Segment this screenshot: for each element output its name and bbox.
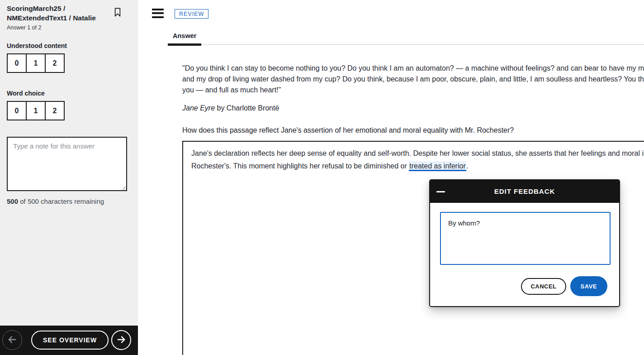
tab-answer[interactable]: Answer [168, 32, 201, 46]
save-button[interactable]: SAVE [570, 276, 607, 296]
modal-header: EDIT FEEDBACK [430, 180, 619, 203]
see-overview-button[interactable]: SEE OVERVIEW [31, 331, 109, 350]
tab-bar: Answer [168, 32, 644, 45]
arrow-right-icon [116, 335, 126, 346]
characters-remaining-label: 500 of 500 characters remaining [7, 197, 104, 205]
feedback-text-input[interactable]: By whom? [440, 212, 611, 265]
score-1-button[interactable]: 1 [26, 53, 46, 73]
student-answer-line: Rochester's. This moment highlights her … [191, 160, 644, 173]
modal-title: EDIT FEEDBACK [430, 180, 619, 203]
work-title: Jane Eyre [182, 104, 215, 112]
next-answer-button[interactable] [111, 330, 131, 350]
prompt-question: How does this passage reflect Jane's ass… [182, 125, 644, 136]
minimize-button[interactable] [436, 186, 447, 197]
previous-answer-button[interactable] [2, 330, 22, 350]
score-1-button[interactable]: 1 [26, 101, 46, 120]
bookmark-icon [114, 11, 121, 18]
edit-feedback-modal: EDIT FEEDBACK By whom? CANCEL SAVE [429, 179, 620, 307]
score-2-button[interactable]: 2 [45, 53, 65, 73]
passage-attribution: Jane Eyre by Charlotte Brontë [182, 103, 644, 114]
score-0-button[interactable]: 0 [7, 53, 27, 73]
navigation-bar: SEE OVERVIEW [0, 326, 138, 355]
feedback-highlighted-text[interactable]: treated as inferior [409, 161, 466, 171]
answer-count-label: Answer 1 of 2 [7, 24, 41, 31]
passage-quote: "Do you think I can stay to become nothi… [182, 63, 644, 96]
modal-footer: CANCEL SAVE [521, 276, 607, 296]
menu-button[interactable] [152, 8, 164, 18]
minus-icon [436, 191, 445, 192]
rubric-word-choice: 0 1 2 [7, 101, 65, 120]
characters-remaining-count: 500 [7, 197, 18, 205]
scoring-sidebar: ScoringMarch25 / NMExtendedText1 / Natal… [0, 0, 138, 355]
review-status-badge: REVIEW [175, 9, 208, 19]
hamburger-icon [152, 9, 164, 18]
student-answer-line: Jane's declaration reflects her deep sen… [191, 147, 644, 160]
rubric-understood-content: 0 1 2 [7, 53, 65, 73]
rubric-label-understood-content: Understood content [7, 42, 67, 49]
cancel-button[interactable]: CANCEL [521, 278, 566, 295]
rubric-label-word-choice: Word choice [7, 90, 45, 97]
arrow-left-icon [7, 335, 17, 346]
score-0-button[interactable]: 0 [7, 101, 27, 120]
score-2-button[interactable]: 2 [45, 101, 65, 120]
bookmark-button[interactable] [112, 7, 123, 18]
assignment-breadcrumb: ScoringMarch25 / NMExtendedText1 / Natal… [7, 4, 110, 23]
answer-note-input[interactable] [7, 137, 127, 191]
